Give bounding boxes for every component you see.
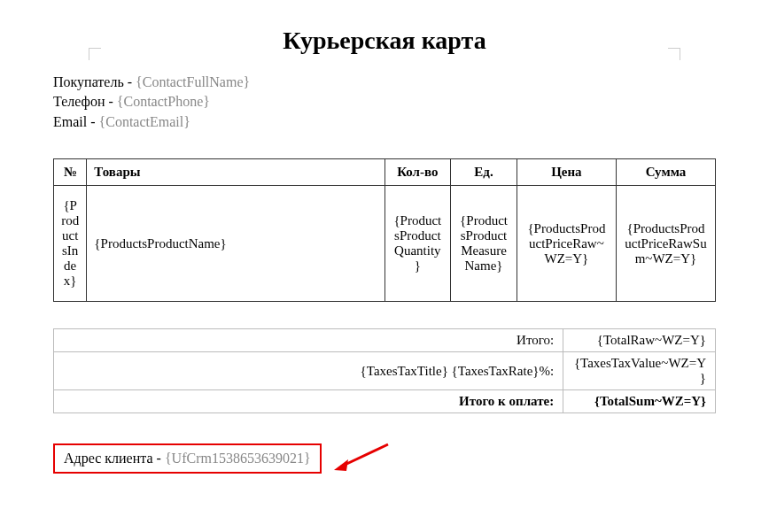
email-label: Email (53, 114, 87, 129)
header-products: Товары (87, 159, 384, 186)
cell-sum: {ProductsProductPriceRawSum~WZ=Y} (616, 186, 715, 302)
summary-row-taxes: {TaxesTaxTitle} {TaxesTaxRate}%: {TaxesT… (54, 352, 716, 390)
phone-value: {ContactPhone} (117, 94, 210, 109)
summary-taxes-label: {TaxesTaxTitle} {TaxesTaxRate}%: (54, 352, 563, 390)
contact-block: Покупатель - {ContactFullName} Телефон -… (53, 73, 716, 132)
summary-row-total: Итого: {TotalRaw~WZ=Y} (54, 329, 716, 352)
header-unit: Ед. (451, 159, 517, 186)
svg-line-1 (341, 444, 388, 466)
header-price: Цена (517, 159, 616, 186)
header-sum: Сумма (616, 159, 715, 186)
annotation-arrow-icon (330, 440, 392, 479)
summary-row-final: Итого к оплате: {TotalSum~WZ=Y} (54, 390, 716, 413)
buyer-line: Покупатель - {ContactFullName} (53, 73, 716, 92)
cell-num: {ProductsIndex} (54, 186, 87, 302)
document-title: Курьерская карта (53, 27, 716, 55)
document-page: Курьерская карта Покупатель - {ContactFu… (53, 27, 716, 479)
header-num: № (54, 159, 87, 186)
phone-label: Телефон (53, 94, 105, 109)
summary-table: Итого: {TotalRaw~WZ=Y} {TaxesTaxTitle} {… (53, 328, 716, 413)
svg-marker-2 (334, 459, 348, 471)
table-row: {ProductsIndex} {ProductsProductName} {P… (54, 186, 716, 302)
cell-name: {ProductsProductName} (87, 186, 384, 302)
address-label: Адрес клиента (64, 451, 153, 466)
cell-unit: {ProductsProductMeasureName} (451, 186, 517, 302)
products-table: № Товары Кол-во Ед. Цена Сумма {Products… (53, 158, 716, 302)
email-value: {ContactEmail} (99, 114, 190, 129)
table-header-row: № Товары Кол-во Ед. Цена Сумма (54, 159, 716, 186)
summary-final-value: {TotalSum~WZ=Y} (563, 390, 716, 413)
summary-total-value: {TotalRaw~WZ=Y} (563, 329, 716, 352)
summary-taxes-value: {TaxesTaxValue~WZ=Y} (563, 352, 716, 390)
email-line: Email - {ContactEmail} (53, 112, 716, 132)
crop-mark-top-right (668, 48, 680, 60)
buyer-value: {ContactFullName} (136, 74, 250, 89)
summary-final-label: Итого к оплате: (54, 390, 563, 413)
address-highlight-box: Адрес клиента - {UfCrm1538653639021} (53, 443, 322, 474)
summary-total-label: Итого: (54, 329, 563, 352)
address-line-wrap: Адрес клиента - {UfCrm1538653639021} (53, 440, 716, 479)
phone-line: Телефон - {ContactPhone} (53, 92, 716, 112)
crop-mark-top-left (89, 48, 101, 60)
buyer-label: Покупатель (53, 74, 124, 89)
header-qty: Кол-во (384, 159, 451, 186)
cell-qty: {ProductsProductQuantity} (384, 186, 451, 302)
cell-price: {ProductsProductPriceRaw~WZ=Y} (517, 186, 616, 302)
address-value: {UfCrm1538653639021} (165, 451, 311, 466)
